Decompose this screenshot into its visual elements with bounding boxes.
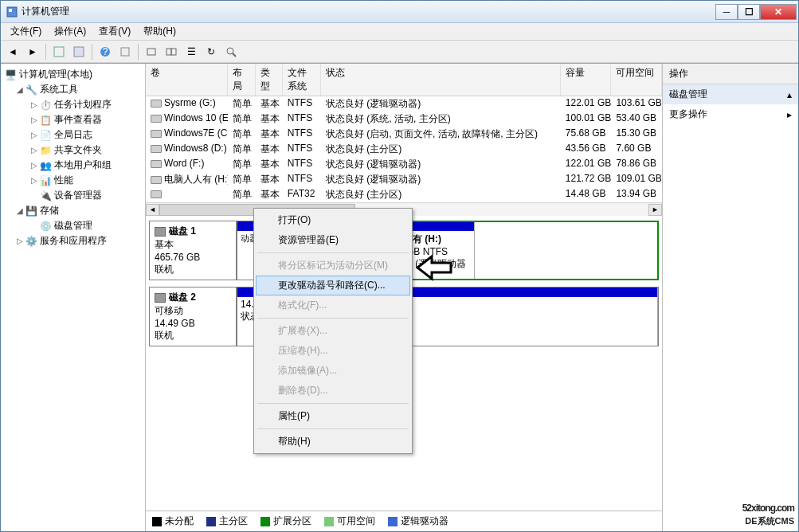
scroll-right-button[interactable]: ►	[648, 204, 662, 216]
tree-shared[interactable]: ▷📁共享文件夹	[2, 143, 143, 158]
tree-localconfig[interactable]: ▷📄全局日志	[2, 127, 143, 143]
tree-root[interactable]: 🖥️计算机管理(本地)	[2, 67, 143, 82]
volume-row[interactable]: 电脑人人有 (H:)简单基本NTFS状态良好 (逻辑驱动器)121.72 GB1…	[146, 172, 662, 187]
col-layout[interactable]: 布局	[228, 64, 255, 96]
scroll-left-button[interactable]: ◄	[146, 204, 159, 216]
menu-view[interactable]: 查看(V)	[92, 23, 137, 40]
toolbar-btn-9[interactable]	[222, 43, 240, 61]
tree-diskmgmt[interactable]: 💿磁盘管理	[2, 218, 143, 233]
watermark: 52xitong.com DE系统CMS	[742, 497, 794, 527]
tree-services[interactable]: ▷⚙️服务和应用程序	[2, 233, 143, 248]
tree-eventviewer[interactable]: ▷📋事件查看器	[2, 112, 143, 127]
col-capacity[interactable]: 容量	[561, 64, 612, 96]
svg-rect-2	[54, 47, 64, 57]
annotation-arrow-icon	[416, 253, 454, 284]
ctx-properties[interactable]: 属性(P)	[256, 406, 410, 426]
svg-rect-1	[9, 9, 12, 12]
menu-file[interactable]: 文件(F)	[4, 23, 48, 40]
svg-rect-9	[171, 49, 176, 55]
nav-tree[interactable]: 🖥️计算机管理(本地) ◢🔧系统工具 ▷⏱️任务计划程序 ▷📋事件查看器 ▷📄全…	[1, 64, 146, 531]
ctx-delete: 删除卷(D)...	[256, 381, 410, 401]
toolbar-btn-1[interactable]	[50, 43, 68, 61]
legend-logical-swatch	[388, 517, 398, 526]
volume-row[interactable]: Word (F:)简单基本NTFS状态良好 (逻辑驱动器)122.01 GB78…	[146, 157, 662, 172]
svg-rect-6	[121, 48, 129, 56]
back-button[interactable]: ◄	[4, 43, 22, 61]
toolbar-btn-5[interactable]	[143, 43, 160, 61]
ctx-change-drive-letter[interactable]: 更改驱动器号和路径(C)...	[256, 276, 410, 295]
disk-icon	[155, 293, 166, 303]
volume-row[interactable]: Windows 10 (E:)简单基本NTFS状态良好 (系统, 活动, 主分区…	[146, 111, 662, 127]
disk-icon	[155, 227, 166, 237]
collapse-icon[interactable]: ▴	[787, 89, 792, 100]
col-free[interactable]: 可用空间	[611, 64, 662, 96]
maximize-button[interactable]: ☐	[738, 4, 760, 20]
tree-systools[interactable]: ◢🔧系统工具	[2, 82, 143, 97]
disk-info-1[interactable]: 磁盘 1 基本 465.76 GB 联机	[149, 221, 237, 280]
volume-row[interactable]: 简单基本FAT32状态良好 (主分区)14.48 GB13.94 GB	[146, 187, 662, 202]
toolbar-btn-2[interactable]	[70, 43, 88, 61]
actions-section[interactable]: 磁盘管理▴	[663, 84, 798, 104]
actions-header: 操作	[663, 64, 798, 84]
ctx-shrink: 压缩卷(H)...	[256, 341, 410, 361]
legend-unalloc-swatch	[152, 517, 162, 526]
legend-primary-swatch	[206, 517, 216, 526]
refresh-icon[interactable]: ↻	[202, 43, 220, 61]
volume-list[interactable]: Sysrme (G:)简单基本NTFS状态良好 (逻辑驱动器)122.01 GB…	[146, 96, 662, 202]
help-icon[interactable]: ?	[96, 43, 114, 61]
titlebar[interactable]: 计算机管理 ─ ☐ ✕	[1, 1, 798, 23]
tree-perf[interactable]: ▷📊性能	[2, 173, 143, 188]
ctx-extend: 扩展卷(X)...	[256, 321, 410, 341]
volume-list-header[interactable]: 卷 布局 类型 文件系统 状态 容量 可用空间	[146, 64, 662, 96]
app-icon	[6, 6, 18, 18]
menubar: 文件(F) 操作(A) 查看(V) 帮助(H)	[1, 23, 798, 41]
legend-ext-swatch	[260, 517, 270, 526]
volume-row[interactable]: Windows8 (D:)简单基本NTFS状态良好 (主分区)43.56 GB7…	[146, 142, 662, 157]
svg-line-11	[233, 53, 236, 57]
volume-row[interactable]: Windows7E (C:)简单基本NTFS状态良好 (启动, 页面文件, 活动…	[146, 127, 662, 142]
ctx-mirror: 添加镜像(A)...	[256, 361, 410, 381]
col-type[interactable]: 类型	[256, 64, 283, 96]
forward-button[interactable]: ►	[24, 43, 41, 61]
svg-text:?: ?	[103, 46, 108, 57]
disk-info-2[interactable]: 磁盘 2 可移动 14.49 GB 联机	[149, 287, 237, 346]
tree-storage[interactable]: ◢💾存储	[2, 203, 143, 218]
ctx-format: 格式化(F)...	[256, 295, 410, 315]
col-fs[interactable]: 文件系统	[283, 64, 321, 96]
toolbar-btn-4[interactable]	[116, 43, 134, 61]
actions-pane: 操作 磁盘管理▴ 更多操作▸	[663, 64, 798, 531]
col-volume[interactable]: 卷	[146, 64, 228, 96]
svg-rect-3	[74, 47, 84, 57]
menu-help[interactable]: 帮助(H)	[137, 23, 182, 40]
ctx-mark-active: 将分区标记为活动分区(M)	[256, 256, 410, 276]
legend: 未分配 主分区 扩展分区 可用空间 逻辑驱动器	[146, 510, 662, 531]
minimize-button[interactable]: ─	[715, 4, 738, 20]
ctx-help[interactable]: 帮助(H)	[256, 432, 410, 452]
toolbar-btn-6[interactable]	[163, 43, 180, 61]
ctx-open[interactable]: 打开(O)	[256, 210, 410, 230]
volume-row[interactable]: Sysrme (G:)简单基本NTFS状态良好 (逻辑驱动器)122.01 GB…	[146, 96, 662, 111]
tree-devmgr[interactable]: 🔌设备管理器	[2, 188, 143, 203]
tree-scheduler[interactable]: ▷⏱️任务计划程序	[2, 97, 143, 112]
actions-more[interactable]: 更多操作▸	[663, 104, 798, 124]
svg-point-10	[227, 48, 233, 54]
ctx-explorer[interactable]: 资源管理器(E)	[256, 230, 410, 250]
toolbar: ◄ ► ? ☰ ↻	[1, 41, 798, 63]
context-menu[interactable]: 打开(O) 资源管理器(E) 将分区标记为活动分区(M) 更改驱动器号和路径(C…	[253, 208, 413, 454]
tree-localusers[interactable]: ▷👥本地用户和组	[2, 158, 143, 173]
close-button[interactable]: ✕	[760, 4, 797, 20]
window-title: 计算机管理	[22, 5, 715, 18]
svg-rect-7	[147, 49, 155, 55]
legend-free-swatch	[324, 517, 334, 526]
menu-action[interactable]: 操作(A)	[48, 23, 92, 40]
chevron-right-icon: ▸	[787, 109, 792, 120]
col-status[interactable]: 状态	[321, 64, 561, 96]
svg-rect-8	[166, 49, 171, 55]
toolbar-btn-7[interactable]: ☰	[182, 43, 200, 61]
